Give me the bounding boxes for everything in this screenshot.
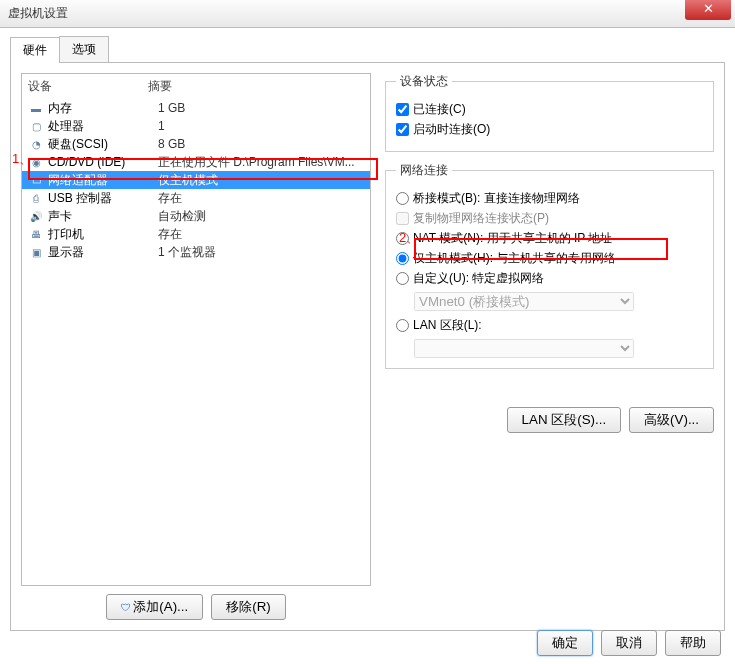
device-summary: 1 GB bbox=[158, 101, 185, 115]
lan-segment-select bbox=[414, 339, 634, 358]
device-name: 声卡 bbox=[48, 208, 158, 225]
device-summary: 存在 bbox=[158, 190, 182, 207]
tab-strip: 硬件 选项 bbox=[10, 36, 725, 63]
device-icon: ▢ bbox=[28, 119, 44, 133]
device-name: 网络适配器 bbox=[48, 172, 158, 189]
cancel-button[interactable]: 取消 bbox=[601, 630, 657, 656]
device-list[interactable]: 设备 摘要 ▬内存1 GB▢处理器1◔硬盘(SCSI)8 GB◉CD/DVD (… bbox=[21, 73, 371, 586]
device-status-group: 设备状态 已连接(C) 启动时连接(O) bbox=[385, 73, 714, 152]
connect-onstart-checkbox[interactable]: 启动时连接(O) bbox=[396, 121, 703, 138]
device-row[interactable]: ⎙USB 控制器存在 bbox=[22, 189, 370, 207]
device-name: 显示器 bbox=[48, 244, 158, 261]
header-summary: 摘要 bbox=[148, 78, 172, 95]
device-summary: 存在 bbox=[158, 226, 182, 243]
radio-lan[interactable]: LAN 区段(L): bbox=[396, 317, 703, 334]
header-device: 设备 bbox=[28, 78, 148, 95]
add-button[interactable]: 🛡添加(A)... bbox=[106, 594, 203, 620]
device-summary: 正在使用文件 D:\Program Files\VM... bbox=[158, 154, 355, 171]
network-legend: 网络连接 bbox=[396, 162, 452, 179]
ok-button[interactable]: 确定 bbox=[537, 630, 593, 656]
close-button[interactable]: ✕ bbox=[685, 0, 731, 20]
device-icon: 🖶 bbox=[28, 227, 44, 241]
connected-checkbox[interactable]: 已连接(C) bbox=[396, 101, 703, 118]
window-title: 虚拟机设置 bbox=[8, 5, 68, 22]
device-summary: 仅主机模式 bbox=[158, 172, 218, 189]
device-row[interactable]: ◔硬盘(SCSI)8 GB bbox=[22, 135, 370, 153]
status-legend: 设备状态 bbox=[396, 73, 452, 90]
radio-bridged[interactable]: 桥接模式(B): 直接连接物理网络 bbox=[396, 190, 703, 207]
device-row[interactable]: ▭网络适配器仅主机模式 bbox=[22, 171, 370, 189]
radio-nat[interactable]: NAT 模式(N): 用于共享主机的 IP 地址 bbox=[396, 230, 703, 247]
radio-hostonly[interactable]: 仅主机模式(H): 与主机共享的专用网络 bbox=[396, 250, 703, 267]
device-name: CD/DVD (IDE) bbox=[48, 155, 158, 169]
device-name: 打印机 bbox=[48, 226, 158, 243]
device-icon: ▭ bbox=[28, 173, 44, 187]
custom-vmnet-select: VMnet0 (桥接模式) bbox=[414, 292, 634, 311]
device-summary: 8 GB bbox=[158, 137, 185, 151]
device-summary: 1 bbox=[158, 119, 165, 133]
device-name: 硬盘(SCSI) bbox=[48, 136, 158, 153]
radio-custom[interactable]: 自定义(U): 特定虚拟网络 bbox=[396, 270, 703, 287]
tab-hardware[interactable]: 硬件 bbox=[10, 37, 60, 63]
tab-options[interactable]: 选项 bbox=[59, 36, 109, 62]
help-button[interactable]: 帮助 bbox=[665, 630, 721, 656]
network-connection-group: 网络连接 桥接模式(B): 直接连接物理网络 复制物理网络连接状态(P) NAT… bbox=[385, 162, 714, 369]
shield-icon: 🛡 bbox=[121, 602, 131, 613]
device-row[interactable]: ◉CD/DVD (IDE)正在使用文件 D:\Program Files\VM.… bbox=[22, 153, 370, 171]
dialog-footer: 确定 取消 帮助 bbox=[537, 630, 721, 656]
device-icon: ▬ bbox=[28, 101, 44, 115]
replicate-checkbox: 复制物理网络连接状态(P) bbox=[396, 210, 703, 227]
device-row[interactable]: 🖶打印机存在 bbox=[22, 225, 370, 243]
device-row[interactable]: 🔊声卡自动检测 bbox=[22, 207, 370, 225]
titlebar: 虚拟机设置 ✕ bbox=[0, 0, 735, 28]
list-header: 设备 摘要 bbox=[22, 74, 370, 99]
annotation-2: 2、 bbox=[399, 229, 419, 247]
device-name: USB 控制器 bbox=[48, 190, 158, 207]
device-row[interactable]: ▣显示器1 个监视器 bbox=[22, 243, 370, 261]
device-name: 处理器 bbox=[48, 118, 158, 135]
annotation-1: 1、 bbox=[12, 150, 32, 168]
advanced-button[interactable]: 高级(V)... bbox=[629, 407, 714, 433]
device-summary: 1 个监视器 bbox=[158, 244, 216, 261]
device-row[interactable]: ▬内存1 GB bbox=[22, 99, 370, 117]
device-summary: 自动检测 bbox=[158, 208, 206, 225]
device-icon: ⎙ bbox=[28, 191, 44, 205]
device-icon: ▣ bbox=[28, 245, 44, 259]
device-icon: ◔ bbox=[28, 137, 44, 151]
remove-button[interactable]: 移除(R) bbox=[211, 594, 286, 620]
device-icon: 🔊 bbox=[28, 209, 44, 223]
device-name: 内存 bbox=[48, 100, 158, 117]
lan-segments-button[interactable]: LAN 区段(S)... bbox=[507, 407, 622, 433]
device-row[interactable]: ▢处理器1 bbox=[22, 117, 370, 135]
